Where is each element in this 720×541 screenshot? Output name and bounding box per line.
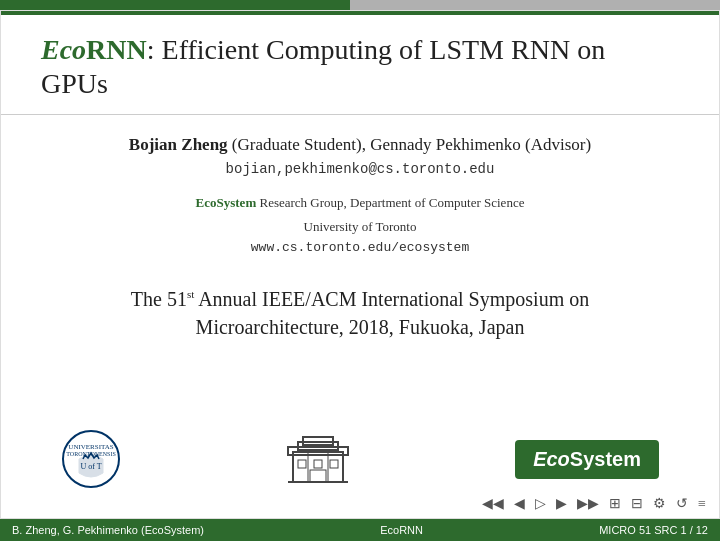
- conference-line2: Microarchitecture, 2018, Fukuoka, Japan: [196, 316, 525, 338]
- logos-section: UNIVERSITAS TORONTONENSIS U of T: [1, 419, 719, 489]
- ecosystem-label: EcoSystem: [196, 195, 257, 210]
- nav-first[interactable]: ◀◀: [479, 493, 507, 514]
- conference-name: The 51st Annual IEEE/ACM International S…: [131, 285, 589, 341]
- title-eco: Eco: [41, 34, 86, 65]
- nav-next[interactable]: ▶: [553, 493, 570, 514]
- uoft-logo: UNIVERSITAS TORONTONENSIS U of T: [61, 429, 121, 489]
- slide-content: Bojian Zheng (Graduate Student), Gennady…: [1, 115, 719, 419]
- top-green-bar: [0, 0, 350, 10]
- slide-container: EcoRNN: Efficient Computing of LSTM RNN …: [0, 10, 720, 519]
- bottom-right-text: MICRO 51 SRC 1 / 12: [599, 524, 708, 536]
- svg-rect-4: [293, 452, 343, 482]
- ecosystem-badge: EcoSystem: [515, 440, 659, 479]
- svg-rect-11: [310, 470, 326, 482]
- nav-settings[interactable]: ⚙: [650, 493, 669, 514]
- bottom-center-text: EcoRNN: [380, 524, 423, 536]
- nav-refresh[interactable]: ↺: [673, 493, 691, 514]
- author-1-role: (Graduate Student), Gennady Pekhimenko (…: [228, 135, 592, 154]
- affiliation-url: www.cs.toronto.edu/ecosystem: [251, 240, 469, 255]
- nav-prev2[interactable]: ▷: [532, 493, 549, 514]
- conference-line1-prefix: The 51: [131, 288, 187, 310]
- svg-rect-10: [330, 460, 338, 468]
- authors-line: Bojian Zheng (Graduate Student), Gennady…: [129, 135, 591, 155]
- nav-controls: ◀◀ ◀ ▷ ▶ ▶▶ ⊞ ⊟ ⚙ ↺ ≡: [1, 489, 719, 518]
- author-1-name: Bojian Zheng: [129, 135, 228, 154]
- svg-text:UNIVERSITAS: UNIVERSITAS: [68, 443, 113, 451]
- bottom-bar: B. Zheng, G. Pekhimenko (EcoSystem) EcoR…: [0, 519, 720, 541]
- conference-line1-suffix: Annual IEEE/ACM International Symposium …: [194, 288, 589, 310]
- svg-text:U of T: U of T: [80, 462, 101, 471]
- nav-zoom-in[interactable]: ⊞: [606, 493, 624, 514]
- svg-rect-9: [314, 460, 322, 468]
- badge-eco: Eco: [533, 448, 570, 470]
- nav-zoom-out[interactable]: ⊟: [628, 493, 646, 514]
- affiliation-text1: Research Group, Department of Computer S…: [256, 195, 524, 210]
- nav-menu[interactable]: ≡: [695, 494, 709, 514]
- bottom-left-text: B. Zheng, G. Pekhimenko (EcoSystem): [12, 524, 204, 536]
- slide-title: EcoRNN: Efficient Computing of LSTM RNN …: [41, 33, 679, 100]
- title-rnn: RNN: [86, 34, 147, 65]
- top-accent-bar: [0, 0, 720, 10]
- badge-system: System: [570, 448, 641, 470]
- institution-logo: [283, 432, 353, 487]
- title-section: EcoRNN: Efficient Computing of LSTM RNN …: [1, 11, 719, 115]
- email-address: bojian,pekhimenko@cs.toronto.edu: [226, 161, 495, 177]
- top-gray-bar: [350, 0, 720, 10]
- affiliation-line2: University of Toronto: [304, 217, 417, 237]
- svg-rect-8: [298, 460, 306, 468]
- nav-prev[interactable]: ◀: [511, 493, 528, 514]
- nav-next2[interactable]: ▶▶: [574, 493, 602, 514]
- affiliation-line1: EcoSystem Research Group, Department of …: [196, 193, 525, 213]
